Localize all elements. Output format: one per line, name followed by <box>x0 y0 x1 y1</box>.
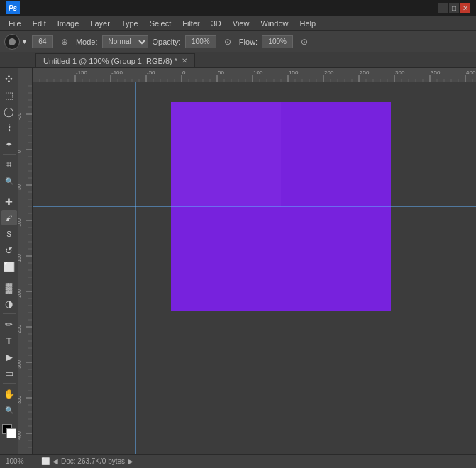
svg-text:300: 300 <box>18 360 21 369</box>
svg-text:150: 150 <box>18 254 21 262</box>
gradient-tool[interactable]: ▓ <box>1 279 17 295</box>
svg-text:0: 0 <box>18 150 21 153</box>
minimize-button[interactable]: — <box>438 3 448 13</box>
guide-vertical <box>135 82 136 454</box>
menu-image[interactable]: Image <box>52 18 85 29</box>
dodge-tool[interactable]: ◑ <box>1 296 17 311</box>
opacity-label: Opacity: <box>153 38 181 46</box>
close-button[interactable]: ✕ <box>460 3 470 13</box>
menu-filter[interactable]: Filter <box>177 18 205 29</box>
tool-separator-1 <box>3 154 16 155</box>
svg-text:200: 200 <box>324 69 334 76</box>
healing-brush-tool[interactable]: ✚ <box>1 194 17 209</box>
brush-options-icon[interactable]: ⊕ <box>57 35 72 49</box>
svg-text:50: 50 <box>218 69 224 76</box>
menu-edit[interactable]: Edit <box>27 18 52 29</box>
maximize-button[interactable]: □ <box>449 3 459 13</box>
move-tool[interactable]: ✣ <box>1 71 17 87</box>
eraser-tool[interactable]: ⬜ <box>1 259 17 274</box>
svg-text:-100: -100 <box>111 69 123 76</box>
svg-text:300: 300 <box>395 69 405 76</box>
brush-preview[interactable] <box>4 34 20 50</box>
svg-text:350: 350 <box>18 396 21 404</box>
toolbar: ✣ ⬚ ◯ ⌇ ✦ ⌗ 🔍 ✚ 🖌 S ↺ ⬜ ▓ ◑ ✏ T ▶ ▭ ✋ 🔍 <box>0 68 18 454</box>
svg-text:100: 100 <box>253 69 263 76</box>
main-layout: ✣ ⬚ ◯ ⌇ ✦ ⌗ 🔍 ✚ 🖌 S ↺ ⬜ ▓ ◑ ✏ T ▶ ▭ ✋ 🔍 <box>0 68 476 454</box>
ruler-top-svg: -150-100-50050100150200250300350400 <box>33 68 476 82</box>
type-tool[interactable]: T <box>1 333 17 348</box>
menu-3d[interactable]: 3D <box>206 18 227 29</box>
pen-tool[interactable]: ✏ <box>1 316 17 332</box>
tool-separator-5 <box>3 383 16 384</box>
opacity-pressure-icon[interactable]: ⊙ <box>221 35 235 49</box>
lasso-tool[interactable]: ⌇ <box>1 120 17 135</box>
tool-separator-4 <box>3 313 16 314</box>
menu-help[interactable]: Help <box>294 18 322 29</box>
arrows-right[interactable]: ▶ <box>128 457 133 465</box>
menu-type[interactable]: Type <box>116 18 144 29</box>
rectangle-shape-tool[interactable]: ▭ <box>1 365 17 381</box>
title-bar: Ps — □ ✕ <box>0 0 476 16</box>
crop-tool[interactable]: ⌗ <box>1 157 17 172</box>
svg-text:-50: -50 <box>147 69 155 76</box>
status-zoom: 100% <box>6 457 34 465</box>
arrows-left[interactable]: ◀ <box>52 457 58 465</box>
status-doc-icon: ⬜ <box>41 457 50 465</box>
ruler-left-svg: -50050100150200250300350400 <box>18 82 33 454</box>
rect-marquee-tool[interactable]: ⬚ <box>1 87 17 103</box>
options-bar: ▼ ⊕ Mode: Normal Multiply Screen Overlay… <box>0 31 476 52</box>
canvas-viewport[interactable] <box>33 82 476 454</box>
document-tab[interactable]: Untitled-1 @ 100% (Group 1, RGB/8) * ✕ <box>35 53 195 67</box>
opacity-input[interactable] <box>185 35 216 48</box>
title-bar-left: Ps <box>6 1 20 14</box>
svg-text:50: 50 <box>18 184 21 190</box>
menu-layer[interactable]: Layer <box>84 18 116 29</box>
eyedropper-tool[interactable]: 🔍 <box>1 173 17 189</box>
tool-separator-6 <box>3 420 16 420</box>
ruler-top: -150-100-50050100150200250300350400 <box>33 68 476 82</box>
clone-stamp-tool[interactable]: S <box>1 226 17 242</box>
svg-text:400: 400 <box>466 69 476 76</box>
flow-input[interactable] <box>262 35 293 48</box>
menu-file[interactable]: File <box>3 18 27 29</box>
ellipse-marquee-tool[interactable]: ◯ <box>1 104 17 119</box>
brush-size-dropdown-arrow[interactable]: ▼ <box>21 38 28 45</box>
tool-separator-2 <box>3 191 16 191</box>
tab-title: Untitled-1 @ 100% (Group 1, RGB/8) * <box>43 57 177 65</box>
tab-bar: Untitled-1 @ 100% (Group 1, RGB/8) * ✕ <box>0 52 476 68</box>
ps-logo: Ps <box>6 1 20 14</box>
foreground-color[interactable] <box>2 424 16 438</box>
svg-text:0: 0 <box>182 69 186 76</box>
title-bar-controls[interactable]: — □ ✕ <box>438 3 470 13</box>
brush-tool[interactable]: 🖌 <box>1 210 17 225</box>
tab-close-button[interactable]: ✕ <box>182 57 187 65</box>
ruler-left: -50050100150200250300350400 <box>18 82 33 454</box>
svg-text:150: 150 <box>289 69 299 76</box>
hand-tool[interactable]: ✋ <box>1 386 17 401</box>
history-brush-tool[interactable]: ↺ <box>1 243 17 258</box>
svg-text:100: 100 <box>18 218 21 227</box>
menu-view[interactable]: View <box>227 18 255 29</box>
svg-text:200: 200 <box>18 289 21 298</box>
zoom-tool[interactable]: 🔍 <box>1 402 17 418</box>
brush-size-input[interactable] <box>32 35 53 48</box>
canvas-document[interactable] <box>171 102 391 311</box>
svg-text:250: 250 <box>18 325 21 333</box>
mode-dropdown[interactable]: Normal Multiply Screen Overlay <box>102 35 148 48</box>
svg-text:250: 250 <box>360 69 370 76</box>
menu-select[interactable]: Select <box>144 18 177 29</box>
svg-text:400: 400 <box>18 431 21 440</box>
ruler-corner <box>18 68 33 82</box>
svg-text:-50: -50 <box>18 113 21 120</box>
tool-separator-3 <box>3 277 16 277</box>
canvas-area[interactable]: -150-100-50050100150200250300350400 -500… <box>18 68 476 454</box>
main-canvas[interactable] <box>171 102 391 311</box>
svg-text:350: 350 <box>431 69 441 76</box>
magic-wand-tool[interactable]: ✦ <box>1 136 17 152</box>
path-select-tool[interactable]: ▶ <box>1 349 17 364</box>
svg-text:-150: -150 <box>76 69 88 76</box>
flow-pressure-icon[interactable]: ⊙ <box>297 35 311 49</box>
status-doc-info: Doc: 263.7K/0 bytes <box>61 457 125 465</box>
menu-bar: File Edit Image Layer Type Select Filter… <box>0 16 476 31</box>
menu-window[interactable]: Window <box>255 18 294 29</box>
